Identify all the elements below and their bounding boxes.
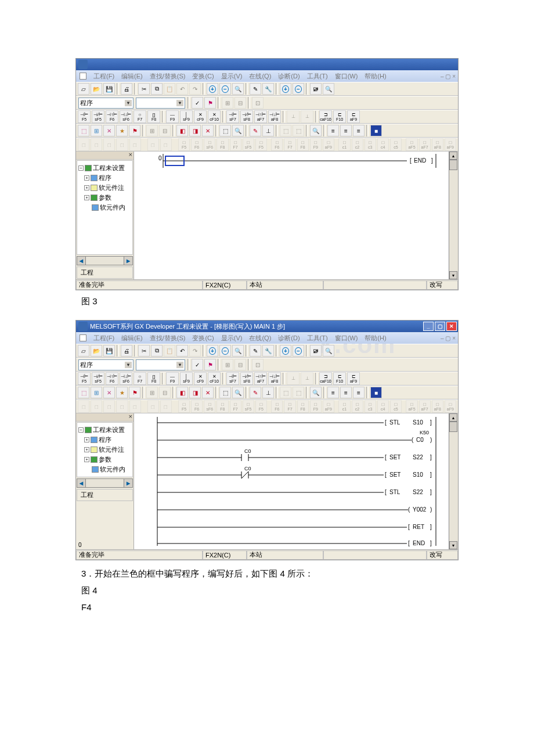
sfc-btn-11[interactable]: ⬚ — [219, 125, 231, 136]
ladder-b-button[interactable]: ⊟ — [234, 97, 246, 109]
tool-a-button[interactable]: ✎ — [250, 83, 261, 95]
sfc-btn-7[interactable]: ⊟ — [159, 387, 171, 398]
sfc-btn-6[interactable]: ⊞ — [146, 387, 158, 398]
sfc-btn-13[interactable]: ✎ — [250, 125, 261, 136]
paste-button[interactable] — [164, 83, 175, 95]
open-button[interactable] — [91, 345, 102, 357]
maximize-button[interactable]: ▢ — [435, 322, 445, 331]
vscrollbar[interactable]: ▲ ▼ — [449, 152, 458, 279]
save-button[interactable] — [103, 83, 115, 95]
ext-f7b[interactable]: □F7 — [284, 138, 295, 151]
menu-tools[interactable]: 工具(T) — [305, 71, 330, 81]
expander-icon[interactable]: + — [84, 447, 89, 452]
ext-sf6[interactable]: □sF6 — [204, 138, 215, 151]
menu-help[interactable]: 帮助(H) — [362, 71, 388, 81]
zoom-in2-button[interactable] — [280, 83, 291, 95]
fkey-sf7[interactable]: ⊣⊢sF7 — [226, 372, 239, 385]
scroll-thumb[interactable] — [449, 160, 457, 170]
ext-c4[interactable]: □c4 — [377, 400, 389, 413]
menu-tools[interactable]: 工具(T) — [305, 333, 330, 343]
expander-icon[interactable]: − — [78, 165, 84, 171]
sfc-btn-21[interactable]: ■ — [370, 125, 382, 136]
menu-find[interactable]: 查找/替换(S) — [147, 71, 188, 81]
ext-f5[interactable]: □F5 — [178, 138, 190, 151]
tree-close[interactable] — [76, 413, 134, 422]
sfc-btn-16[interactable]: ⬚ — [293, 387, 304, 398]
ext-af7[interactable]: □aF7 — [419, 400, 431, 413]
sfc-btn-21[interactable]: ■ — [370, 387, 382, 398]
ext-c4[interactable]: □c4 — [377, 138, 389, 151]
ext-1[interactable]: ⬚ — [78, 400, 89, 413]
tree-hscroll[interactable]: ◀ ▶ — [77, 256, 133, 265]
project-label[interactable]: 工程 — [77, 489, 133, 501]
program-select[interactable]: 程序 — [78, 359, 134, 370]
project-tree[interactable]: −工程未设置 +程序 +软元件注 +参数 软元件内 — [77, 422, 133, 477]
tree-hscroll[interactable]: ◀ ▶ — [77, 478, 133, 488]
ext-6[interactable]: ⬚ — [147, 138, 159, 151]
menu-project[interactable]: 工程(F) — [91, 333, 117, 343]
fkey-caf10[interactable]: ⊐caF10 — [319, 372, 332, 385]
ext-4[interactable]: ⬚ — [116, 400, 128, 413]
menu-diagnose[interactable]: 诊断(D) — [276, 71, 302, 81]
find2-button[interactable] — [323, 83, 334, 95]
fkey-f8[interactable]: []F8 — [147, 372, 160, 385]
ladder-c-button[interactable]: ⊡ — [252, 359, 264, 370]
ext-sf5[interactable]: □sF5 — [243, 400, 254, 413]
vscrollbar[interactable]: ▲ ▼ — [449, 413, 458, 549]
project-label[interactable]: 工程 — [77, 267, 133, 279]
ext-f6[interactable]: □F6 — [191, 400, 203, 413]
tree-comment[interactable]: 软元件注 — [99, 445, 124, 454]
menu-view[interactable]: 显示(V) — [219, 333, 245, 343]
ext-1[interactable]: ⬚ — [78, 138, 89, 151]
fkey-sf9[interactable]: │sF9 — [180, 110, 193, 123]
ext-4[interactable]: ⬚ — [116, 138, 128, 151]
sfc-btn-9[interactable]: ◨ — [189, 387, 201, 398]
ext-f7[interactable]: □F7 — [230, 400, 241, 413]
fkey-sf5[interactable]: ⊣⁄⊢sF5 — [92, 110, 104, 123]
flag-button[interactable]: ⚑ — [204, 359, 216, 370]
tree-program[interactable]: 程序 — [99, 435, 111, 444]
ladder-editor[interactable]: [ STL S10 ] K50 ( C0 ) C0 — [134, 413, 458, 549]
ext-af5[interactable]: □aF5 — [406, 400, 417, 413]
scroll-thumb[interactable] — [449, 422, 457, 432]
ext-3[interactable]: ⬚ — [103, 138, 115, 151]
ext-f5b[interactable]: □F5 — [255, 138, 267, 151]
find2-button[interactable] — [323, 345, 334, 357]
ladder-a-button[interactable]: ⊞ — [222, 359, 233, 370]
tool-b-button[interactable]: 🔧 — [262, 83, 274, 95]
fkey-cf9[interactable]: ✕cF9 — [194, 110, 207, 123]
menu-convert[interactable]: 变换(C) — [190, 333, 216, 343]
sfc-btn-19[interactable]: ≡ — [340, 387, 352, 398]
fkey-f6[interactable]: ⊣↑⊢F6 — [106, 372, 118, 385]
ext-c3[interactable]: □c3 — [365, 138, 376, 151]
ext-f8[interactable]: □F8 — [217, 400, 228, 413]
ext-c5[interactable]: □c5 — [390, 138, 402, 151]
scroll-down-button[interactable]: ▼ — [449, 541, 457, 549]
ext-f9b[interactable]: □F9 — [310, 138, 322, 151]
ladder-b-button[interactable]: ⊟ — [234, 359, 246, 370]
sfc-btn-10[interactable]: ✕ — [202, 125, 214, 136]
ext-3[interactable]: ⬚ — [103, 400, 115, 413]
new-button[interactable] — [78, 345, 89, 357]
project-tree[interactable]: −工程未设置 +程序 +软元件注 +参数 软元件内 — [77, 160, 133, 255]
sfc-btn-5[interactable]: ⚑ — [129, 387, 140, 398]
print-button[interactable] — [121, 83, 132, 95]
tree-close[interactable] — [76, 152, 134, 160]
ext-af9b[interactable]: □aF9 — [445, 400, 456, 413]
ext-af9b[interactable]: □aF9 — [445, 138, 456, 151]
fkey-af8[interactable]: ⊣↓⊢aF8 — [268, 110, 281, 123]
tool-b-button[interactable]: 🔧 — [262, 345, 274, 357]
fkey-f10[interactable]: ⊏F10 — [333, 372, 346, 385]
scroll-left-button[interactable]: ◀ — [77, 256, 86, 265]
sfc-btn-15[interactable]: ⬚ — [280, 125, 291, 136]
fkey-af9[interactable]: ⊏aF9 — [347, 110, 360, 123]
minimize-button[interactable]: _ — [423, 322, 434, 331]
expander-icon[interactable]: − — [78, 427, 84, 433]
menu-help[interactable]: 帮助(H) — [362, 333, 388, 343]
scroll-down-button[interactable]: ▼ — [449, 271, 457, 279]
sfc-btn-11[interactable]: ⬚ — [219, 387, 231, 398]
menu-view[interactable]: 显示(V) — [219, 71, 245, 81]
ext-7[interactable]: ⬚ — [160, 400, 172, 413]
sfc-btn-18[interactable]: ≡ — [327, 125, 339, 136]
ext-f6b[interactable]: □F6 — [271, 400, 283, 413]
